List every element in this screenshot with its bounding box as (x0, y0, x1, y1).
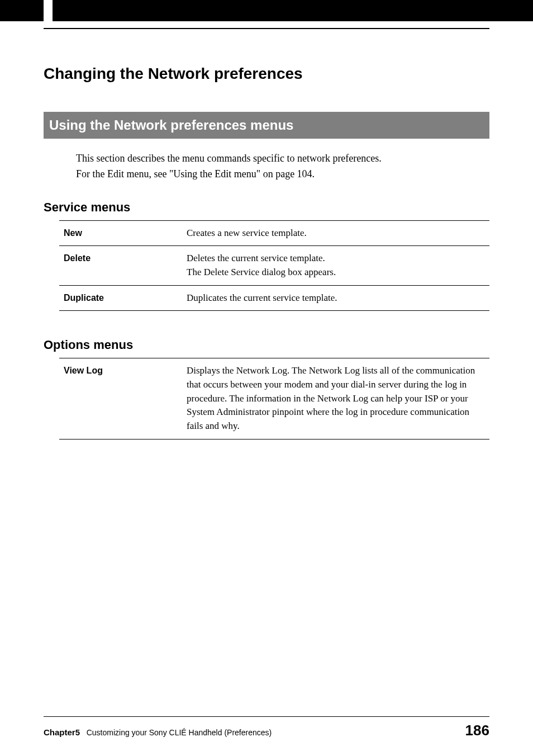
footer-rule (44, 716, 489, 717)
chapter-label: Chapter5 (44, 727, 80, 737)
table-row: Duplicate Duplicates the current service… (59, 285, 489, 311)
options-menus-table: View Log Displays the Network Log. The N… (59, 358, 489, 439)
header-bar (0, 0, 533, 21)
table-row: New Creates a new service template. (59, 220, 489, 246)
footer-left: Chapter5 Customizing your Sony CLIÉ Hand… (44, 727, 272, 737)
menu-name: New (59, 220, 182, 246)
menu-name: View Log (59, 358, 182, 439)
menu-name: Duplicate (59, 285, 182, 311)
footer: Chapter5 Customizing your Sony CLIÉ Hand… (44, 722, 489, 739)
intro-line: For the Edit menu, see "Using the Edit m… (76, 167, 489, 182)
menu-name: Delete (59, 246, 182, 285)
page-number: 186 (465, 722, 489, 739)
service-menus-table: New Creates a new service template. Dele… (59, 220, 489, 311)
menu-desc: Deletes the current service template. Th… (182, 246, 489, 285)
page-content: Changing the Network preferences Using t… (0, 21, 533, 440)
menu-desc: Creates a new service template. (182, 220, 489, 246)
menu-desc: Displays the Network Log. The Network Lo… (182, 358, 489, 439)
chapter-title-text: Customizing your Sony CLIÉ Handheld (Pre… (87, 728, 272, 737)
chapter-title (82, 728, 87, 737)
intro-text: This section describes the menu commands… (76, 151, 489, 182)
table-row: View Log Displays the Network Log. The N… (59, 358, 489, 439)
header-rule (44, 28, 489, 29)
intro-line: This section describes the menu commands… (76, 151, 489, 167)
menu-desc: Duplicates the current service template. (182, 285, 489, 311)
page-title: Changing the Network preferences (44, 65, 489, 83)
options-menus-heading: Options menus (44, 338, 489, 352)
section-banner: Using the Network preferences menus (44, 112, 489, 139)
service-menus-heading: Service menus (44, 200, 489, 215)
table-row: Delete Deletes the current service templ… (59, 246, 489, 285)
header-stripe (44, 0, 53, 21)
